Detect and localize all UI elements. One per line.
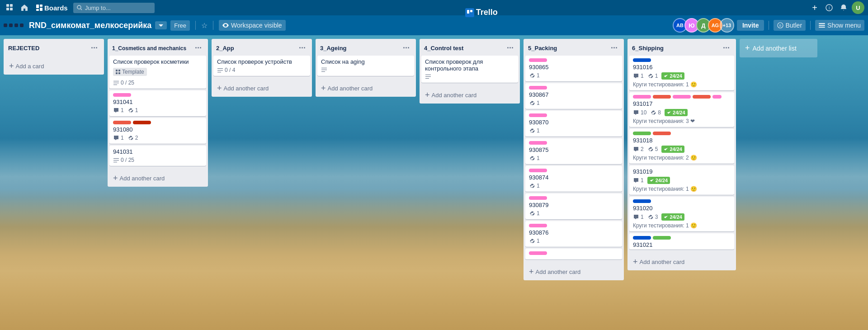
card-control-1[interactable]: Список проверок для контрольного этапа: [421, 56, 518, 83]
show-menu-button[interactable]: Show menu: [815, 20, 864, 31]
butler-button[interactable]: B Butler: [774, 20, 806, 31]
list-title-ageing: 3_Ageing: [320, 45, 347, 52]
add-list-button[interactable]: + Add another list: [740, 39, 817, 57]
free-badge[interactable]: Free: [170, 20, 190, 31]
label-s6b: [653, 236, 671, 240]
card-desc-s5: Круги тестирования: 1 🙂: [633, 222, 731, 229]
card-app-1[interactable]: Список проверок устройств 0 / 4: [213, 56, 310, 76]
list-app: 2_App ··· Список проверок устройств 0 / …: [212, 39, 312, 97]
label-p6: [529, 196, 547, 200]
svg-rect-10: [467, 10, 469, 14]
card-shipping-2[interactable]: 931017 10 8 24/24: [629, 92, 734, 127]
home-icon[interactable]: [18, 1, 31, 14]
trello-wordmark: Trello: [476, 8, 498, 17]
card-packing-5[interactable]: 930874 1: [525, 166, 622, 192]
card-title-3: 931080: [113, 126, 203, 133]
card-packing-8[interactable]: [525, 249, 622, 259]
card-shipping-4[interactable]: 931019 1 24/24 Круги тестирования: 1 🙂: [629, 165, 734, 195]
card-cosmetics-2[interactable]: 931041 1 1: [109, 90, 206, 116]
add-card-ageing[interactable]: + Add another card: [317, 81, 414, 95]
board-dropdown[interactable]: [155, 21, 167, 29]
label-pink-1: [113, 93, 131, 97]
grid-icon[interactable]: [4, 1, 16, 14]
comments-s4: 1: [633, 177, 644, 184]
boards-button[interactable]: Boards: [33, 2, 71, 14]
card-shipping-5[interactable]: 931020 1 3 24/24: [629, 197, 734, 231]
card-title-2: 931041: [113, 99, 203, 105]
comments-3: 1: [113, 135, 124, 141]
list-footer-rejected: + Add a card: [4, 57, 104, 75]
card-packing-3[interactable]: 930870 1: [525, 111, 622, 137]
list-menu-cosmetics[interactable]: ···: [192, 42, 204, 54]
list-header-app: 2_App ···: [212, 39, 312, 56]
card-title-p4: 930875: [529, 146, 618, 153]
card-title-s1: 931016: [633, 64, 731, 71]
card-cosmetics-4[interactable]: 941031 0 / 25: [109, 146, 206, 166]
card-meta-p7: 1: [529, 238, 618, 244]
card-packing-4[interactable]: 930875 1: [525, 138, 622, 164]
list-menu-rejected[interactable]: ···: [88, 42, 100, 54]
add-card-cosmetics[interactable]: + Add another card: [109, 171, 206, 185]
list-footer-app: + Add another card: [212, 80, 312, 97]
add-card-control[interactable]: + Add another card: [421, 88, 518, 102]
card-packing-1[interactable]: 930865 1: [525, 56, 622, 81]
template-label: Template: [122, 69, 144, 75]
card-packing-6[interactable]: 930879 1: [525, 193, 622, 219]
attach-p5: 1: [529, 183, 540, 189]
list-title-packing: 5_Packing: [528, 45, 557, 52]
member-count[interactable]: +13: [720, 18, 734, 33]
svg-rect-0: [6, 4, 9, 7]
card-cosmetics-3[interactable]: 931080 1 2: [109, 118, 206, 144]
add-card-label-packing: Add another card: [536, 269, 581, 275]
search-box[interactable]: Jump to...: [73, 3, 155, 13]
separator1: [195, 21, 196, 30]
add-card-packing[interactable]: + Add another card: [525, 265, 622, 278]
card-title-p1: 930865: [529, 64, 618, 71]
svg-rect-1: [10, 4, 13, 7]
board-title[interactable]: RND_симкомат_мелкосерийка: [29, 21, 151, 30]
attach-s5: 3: [647, 214, 658, 220]
user-avatar[interactable]: U: [852, 1, 864, 14]
notification-icon[interactable]: [837, 1, 850, 14]
card-meta-s3: 2 5 24/24: [633, 146, 731, 153]
add-card-app[interactable]: + Add another card: [213, 81, 310, 95]
checklist-s5: 24/24: [661, 213, 684, 221]
attach-p7: 1: [529, 238, 540, 244]
add-card-label-control: Add another card: [432, 92, 477, 99]
info-icon[interactable]: i: [823, 1, 835, 14]
label-s2b: [653, 95, 671, 99]
card-packing-2[interactable]: 930867 1: [525, 83, 622, 109]
list-title-app: 2_App: [216, 45, 234, 52]
workspace-visible-button[interactable]: Workspace visible: [219, 20, 286, 31]
list-menu-ageing[interactable]: ···: [400, 42, 412, 54]
card-ageing-1[interactable]: Список на aging: [317, 56, 414, 76]
invite-button[interactable]: Invite: [737, 20, 764, 31]
dot1: [4, 24, 7, 27]
card-title-p6: 930879: [529, 202, 618, 208]
checklist-4: 0 / 25: [113, 157, 134, 163]
add-card-label-ageing: Add another card: [328, 85, 373, 92]
trello-logo: Trello: [465, 8, 498, 17]
card-shipping-3[interactable]: 931018 2 5 24/24: [629, 129, 734, 164]
star-icon[interactable]: ☆: [201, 21, 208, 30]
list-footer-cosmetics: + Add another card: [108, 170, 208, 187]
add-card-label-app: Add another card: [224, 85, 269, 92]
card-cosmetics-1[interactable]: Список проверок косметики Template 0 / 2…: [109, 56, 206, 89]
add-card-rejected[interactable]: + Add a card: [5, 59, 102, 73]
card-shipping-6[interactable]: 931021: [629, 233, 734, 250]
list-menu-packing[interactable]: ···: [608, 42, 620, 54]
checklist-s1: 24/24: [661, 72, 684, 80]
add-card-shipping[interactable]: + Add another card: [629, 255, 734, 269]
list-menu-shipping[interactable]: ···: [720, 42, 732, 54]
jump-to-label: Jump to...: [85, 5, 111, 11]
card-shipping-1[interactable]: 931016 1 1 24/24: [629, 56, 734, 90]
board-header-right: AB Ю Д AG +13 Invite B Butler Show menu: [673, 18, 864, 33]
list-header-ageing: 3_Ageing ···: [316, 39, 416, 56]
card-packing-7[interactable]: 930876 1: [525, 221, 622, 247]
separator4: [810, 21, 811, 30]
list-menu-control[interactable]: ···: [504, 42, 516, 54]
svg-rect-18: [819, 27, 825, 28]
add-button[interactable]: +: [808, 1, 821, 14]
card-desc-s3: Круги тестирования: 2 🙂: [633, 155, 731, 161]
list-menu-app[interactable]: ···: [296, 42, 308, 54]
